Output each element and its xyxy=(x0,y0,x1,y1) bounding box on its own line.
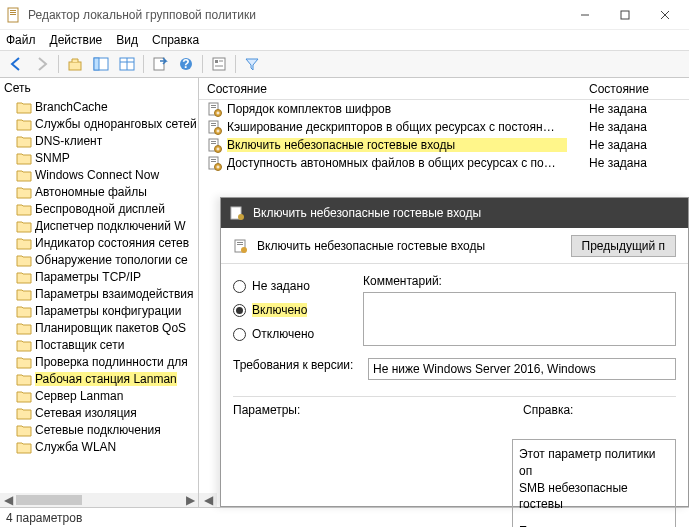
list-row[interactable]: Порядок комплектов шифровНе задана xyxy=(199,100,689,118)
tree-node[interactable]: Обнаружение топологии се xyxy=(4,251,198,268)
show-hide-tree-button[interactable] xyxy=(89,53,113,75)
menu-help[interactable]: Справка xyxy=(152,33,199,47)
toolbar: ? xyxy=(0,50,689,78)
tree-node[interactable]: Параметры взаимодействия xyxy=(4,285,198,302)
tree-node[interactable]: Рабочая станция Lanman xyxy=(4,370,198,387)
folder-icon xyxy=(16,372,32,386)
toolbar-separator xyxy=(58,55,59,73)
setting-icon xyxy=(207,119,223,135)
svg-rect-49 xyxy=(237,244,243,245)
column-header-state2[interactable]: Состояние xyxy=(589,82,689,96)
tree-node[interactable]: Служба WLAN xyxy=(4,438,198,455)
menu-action[interactable]: Действие xyxy=(50,33,103,47)
tree-node[interactable]: Сетевые подключения xyxy=(4,421,198,438)
tree-node-label: Планировщик пакетов QoS xyxy=(35,321,186,335)
list-scroll-left-icon[interactable]: ◀ xyxy=(199,493,217,507)
tree-node-label: Параметры конфигурации xyxy=(35,304,181,318)
toolbar-separator xyxy=(235,55,236,73)
folder-icon xyxy=(16,117,32,131)
minimize-button[interactable] xyxy=(565,1,605,29)
tree-horizontal-scrollbar[interactable]: ◀ ▶ xyxy=(0,493,198,507)
setting-name: Включить небезопасные гостевые входы xyxy=(227,138,567,152)
tree-node[interactable]: Сервер Lanman xyxy=(4,387,198,404)
export-button[interactable] xyxy=(148,53,172,75)
radio-not-configured[interactable]: Не задано xyxy=(233,274,343,298)
column-header-state[interactable]: Состояние xyxy=(199,82,549,96)
tree-node-label: Диспетчер подключений W xyxy=(35,219,186,233)
list-header: Состояние Состояние xyxy=(199,78,689,100)
tree-node[interactable]: Диспетчер подключений W xyxy=(4,217,198,234)
svg-rect-14 xyxy=(154,58,164,70)
tree-node[interactable]: Беспроводной дисплей xyxy=(4,200,198,217)
tree-node-label: BranchCache xyxy=(35,100,108,114)
maximize-button[interactable] xyxy=(605,1,645,29)
setting-state: Не задана xyxy=(589,156,689,170)
folder-icon xyxy=(16,287,32,301)
svg-rect-8 xyxy=(69,62,81,70)
radio-disabled[interactable]: Отключено xyxy=(233,322,343,346)
back-button[interactable] xyxy=(4,53,28,75)
tree-node[interactable]: Проверка подлинности для xyxy=(4,353,198,370)
close-button[interactable] xyxy=(645,1,685,29)
tree-node-label: SNMP xyxy=(35,151,70,165)
tree-node-label: Служба WLAN xyxy=(35,440,116,454)
folder-icon xyxy=(16,423,32,437)
tree-node[interactable]: Службы одноранговых сетей xyxy=(4,115,198,132)
tree-node-label: DNS-клиент xyxy=(35,134,102,148)
tree-node[interactable]: Windows Connect Now xyxy=(4,166,198,183)
policy-setting-dialog: Включить небезопасные гостевые входы Вкл… xyxy=(220,197,689,507)
folder-icon xyxy=(16,253,32,267)
radio-icon xyxy=(233,328,246,341)
radio-icon xyxy=(233,280,246,293)
list-view-button[interactable] xyxy=(115,53,139,75)
previous-setting-button[interactable]: Предыдущий п xyxy=(571,235,676,257)
tree-node[interactable]: Планировщик пакетов QoS xyxy=(4,319,198,336)
up-button[interactable] xyxy=(63,53,87,75)
comment-textbox[interactable] xyxy=(363,292,676,346)
dialog-subtitle-bar: Включить небезопасные гостевые входы Пре… xyxy=(221,228,688,264)
setting-icon xyxy=(207,155,223,171)
tree-node[interactable]: Сетевая изоляция xyxy=(4,404,198,421)
menu-file[interactable]: Файл xyxy=(6,33,36,47)
folder-icon xyxy=(16,134,32,148)
radio-enabled[interactable]: Включено xyxy=(233,298,343,322)
toolbar-separator xyxy=(202,55,203,73)
setting-state: Не задана xyxy=(589,138,689,152)
tree-root-label[interactable]: Сеть xyxy=(4,80,198,98)
tree-node[interactable]: Параметры конфигурации xyxy=(4,302,198,319)
help-button[interactable]: ? xyxy=(174,53,198,75)
folder-icon xyxy=(16,100,32,114)
properties-button[interactable] xyxy=(207,53,231,75)
filter-button[interactable] xyxy=(240,53,264,75)
comment-label: Комментарий: xyxy=(363,274,676,288)
svg-rect-28 xyxy=(211,123,216,124)
scroll-thumb[interactable] xyxy=(16,495,82,505)
scroll-right-arrow-icon[interactable]: ▶ xyxy=(182,493,198,507)
list-row[interactable]: Доступность автономных файлов в общих ре… xyxy=(199,154,689,172)
svg-rect-35 xyxy=(211,143,216,144)
menu-view[interactable]: Вид xyxy=(116,33,138,47)
tree-node[interactable]: BranchCache xyxy=(4,98,198,115)
tree-node[interactable]: Индикатор состояния сетев xyxy=(4,234,198,251)
scroll-left-arrow-icon[interactable]: ◀ xyxy=(0,493,16,507)
folder-icon xyxy=(16,168,32,182)
dialog-titlebar: Включить небезопасные гостевые входы xyxy=(221,198,688,228)
folder-icon xyxy=(16,355,32,369)
list-row[interactable]: Кэширование дескрипторов в общих ресурса… xyxy=(199,118,689,136)
svg-rect-38 xyxy=(218,148,219,151)
tree-node[interactable]: Автономные файлы xyxy=(4,183,198,200)
svg-rect-44 xyxy=(218,166,219,169)
title-bar: Редактор локальной групповой политики xyxy=(0,0,689,30)
svg-rect-2 xyxy=(10,12,16,13)
tree-node[interactable]: DNS-клиент xyxy=(4,132,198,149)
folder-icon xyxy=(16,185,32,199)
parameters-label: Параметры: xyxy=(233,403,523,417)
svg-rect-41 xyxy=(211,161,216,162)
tree-node[interactable]: SNMP xyxy=(4,149,198,166)
tree-node-label: Индикатор состояния сетев xyxy=(35,236,189,250)
list-row[interactable]: Включить небезопасные гостевые входыНе з… xyxy=(199,136,689,154)
folder-icon xyxy=(16,406,32,420)
forward-button[interactable] xyxy=(30,53,54,75)
tree-node[interactable]: Параметры TCP/IP xyxy=(4,268,198,285)
tree-node[interactable]: Поставщик сети xyxy=(4,336,198,353)
